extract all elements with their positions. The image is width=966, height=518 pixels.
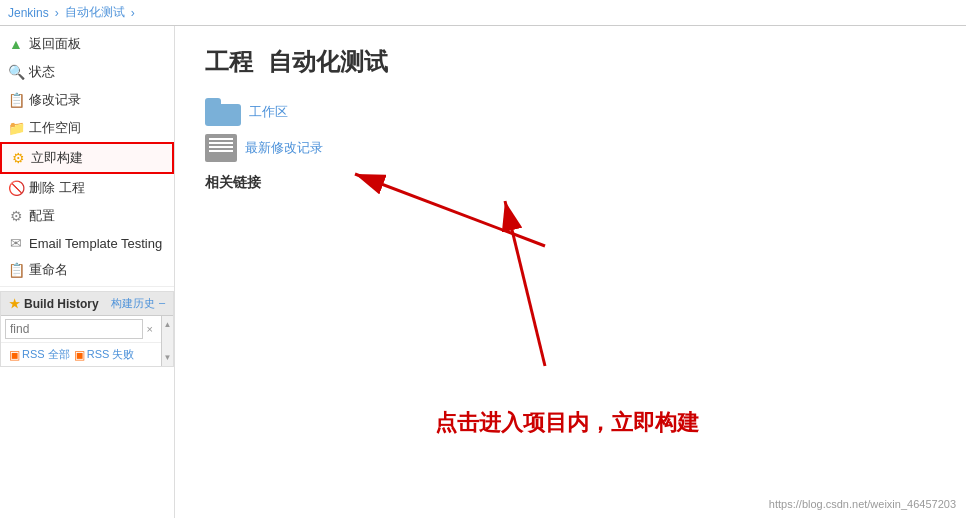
search-icon: 🔍 xyxy=(8,64,24,80)
sidebar-item-build-now[interactable]: ⚙ 立即构建 xyxy=(0,142,174,174)
sidebar-label-back: 返回面板 xyxy=(29,35,81,53)
page-title: 工程 自动化测试 xyxy=(205,46,936,78)
build-history-label: Build History xyxy=(24,297,99,311)
latest-changes-link-item[interactable]: 最新修改记录 xyxy=(205,134,936,162)
sidebar-divider xyxy=(0,286,174,287)
build-history-sep: – xyxy=(159,296,165,311)
main-content: 工程 自动化测试 工作区 最新修改记录 相关链接 xyxy=(175,26,966,518)
sidebar-label-configure: 配置 xyxy=(29,207,55,225)
build-history-cn-label: 构建历史 xyxy=(111,296,155,311)
rss-fail-link[interactable]: ▣ RSS 失败 xyxy=(74,347,135,362)
rss-icon-all: ▣ xyxy=(9,348,20,362)
sidebar-label-rename: 重命名 xyxy=(29,261,68,279)
watermark: https://blog.csdn.net/weixin_46457203 xyxy=(769,498,956,510)
breadcrumb-sep1: › xyxy=(55,6,59,20)
title-project-name: 自动化测试 xyxy=(268,48,388,75)
svg-line-2 xyxy=(505,201,545,366)
title-prefix: 工程 xyxy=(205,48,253,75)
build-search-clear[interactable]: × xyxy=(143,323,157,335)
sidebar-label-workspace: 工作空间 xyxy=(29,119,81,137)
build-history-title: ★ Build History xyxy=(9,297,99,311)
workspace-link[interactable]: 工作区 xyxy=(249,103,288,121)
related-links-section: 工作区 最新修改记录 相关链接 xyxy=(205,98,936,192)
sidebar-item-workspace[interactable]: 📁 工作空间 xyxy=(0,114,174,142)
gear-icon: ⚙ xyxy=(8,208,24,224)
sidebar-item-changelog[interactable]: 📋 修改记录 xyxy=(0,86,174,114)
sidebar-item-rename[interactable]: 📋 重命名 xyxy=(0,256,174,284)
folder-icon: 📁 xyxy=(8,120,24,136)
build-rss-links: ▣ RSS 全部 ▣ RSS 失败 xyxy=(1,343,161,366)
home-icon: ▲ xyxy=(8,36,24,52)
build-search-container: × xyxy=(1,316,161,343)
notebook-icon xyxy=(205,134,237,162)
rss-icon-fail: ▣ xyxy=(74,348,85,362)
build-scrollbar[interactable]: ▲ ▼ xyxy=(161,316,173,366)
edit-icon: 📋 xyxy=(8,92,24,108)
annotation-text: 点击进入项目内，立即构建 xyxy=(435,408,699,438)
star-icon: ★ xyxy=(9,297,20,311)
build-search-input[interactable] xyxy=(5,319,143,339)
sidebar-label-delete: 删除 工程 xyxy=(29,179,85,197)
sidebar-item-delete[interactable]: 🚫 删除 工程 xyxy=(0,174,174,202)
sidebar-item-email-template[interactable]: ✉ Email Template Testing xyxy=(0,230,174,256)
sidebar-item-status[interactable]: 🔍 状态 xyxy=(0,58,174,86)
rss-all-label: RSS 全部 xyxy=(22,347,70,362)
sidebar-label-status: 状态 xyxy=(29,63,55,81)
breadcrumb-jenkins[interactable]: Jenkins xyxy=(8,6,49,20)
rss-fail-label: RSS 失败 xyxy=(87,347,135,362)
breadcrumb: Jenkins › 自动化测试 › xyxy=(0,0,966,26)
build-history-header: ★ Build History 构建历史 – xyxy=(1,292,173,316)
sidebar-item-back[interactable]: ▲ 返回面板 xyxy=(0,30,174,58)
delete-icon: 🚫 xyxy=(8,180,24,196)
breadcrumb-project[interactable]: 自动化测试 xyxy=(65,4,125,21)
build-history-links: 构建历史 – xyxy=(111,296,165,311)
sidebar: ▲ 返回面板 🔍 状态 📋 修改记录 📁 工作空间 ⚙ 立即构建 🚫 删除 工程… xyxy=(0,26,175,518)
workspace-link-item[interactable]: 工作区 xyxy=(205,98,936,126)
workspace-folder-icon xyxy=(205,98,241,126)
sidebar-label-build-now: 立即构建 xyxy=(31,149,83,167)
sidebar-label-changelog: 修改记录 xyxy=(29,91,81,109)
build-history-panel: ★ Build History 构建历史 – × ▣ xyxy=(0,291,174,367)
email-icon: ✉ xyxy=(8,235,24,251)
sidebar-label-email-template: Email Template Testing xyxy=(29,236,162,251)
build-icon: ⚙ xyxy=(10,150,26,166)
rename-icon: 📋 xyxy=(8,262,24,278)
latest-changes-link[interactable]: 最新修改记录 xyxy=(245,139,323,157)
sidebar-item-configure[interactable]: ⚙ 配置 xyxy=(0,202,174,230)
related-label: 相关链接 xyxy=(205,174,936,192)
breadcrumb-sep2: › xyxy=(131,6,135,20)
rss-all-link[interactable]: ▣ RSS 全部 xyxy=(9,347,70,362)
